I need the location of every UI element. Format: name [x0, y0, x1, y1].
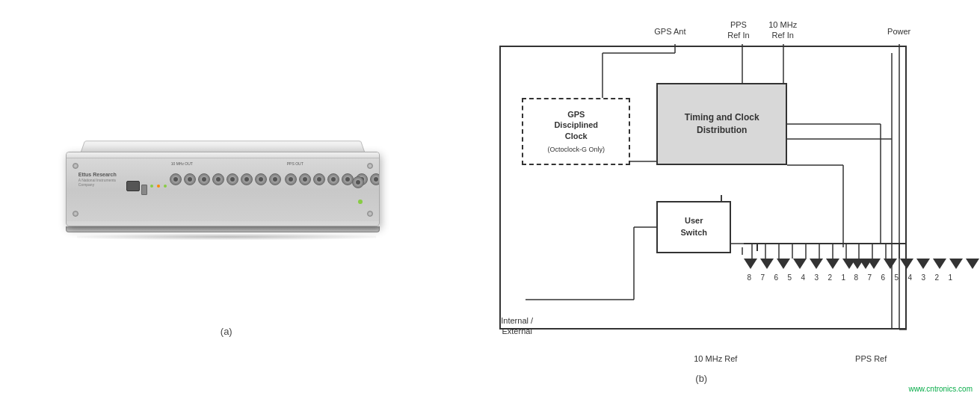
pps-label: PPS OUT — [287, 161, 303, 166]
pps-triangle-8 — [851, 259, 864, 269]
10mhz-output-numbers: 8 7 6 5 4 3 2 1 — [742, 273, 850, 282]
pps-triangle-1 — [966, 259, 979, 269]
freq-label: 10 MHz OUT — [171, 161, 193, 166]
pps-output-triangles — [849, 259, 980, 269]
pps-bnc-7 — [370, 173, 379, 185]
label-pps-ref-in: PPS Ref In — [727, 19, 749, 41]
right-panel: GPS Ant PPS Ref In 10 MHz Ref In Power G… — [469, 16, 933, 384]
pps-num-6: 6 — [876, 273, 890, 282]
screw-br — [367, 211, 373, 217]
device-body: Ettus Research A National Instruments Co… — [66, 152, 380, 226]
brand-area: Ettus Research A National Instruments Co… — [78, 172, 120, 187]
num-5: 5 — [783, 273, 796, 282]
bnc-2 — [184, 173, 196, 185]
pps-num-7: 7 — [863, 273, 876, 282]
pps-bnc-3 — [313, 173, 325, 185]
triangle-6 — [777, 259, 790, 269]
left-caption: (a) — [221, 326, 232, 337]
pps-triangle-3 — [933, 259, 946, 269]
timing-title: Timing and Clock Distribution — [685, 111, 759, 137]
num-8: 8 — [742, 273, 756, 282]
bnc-1 — [170, 173, 182, 185]
left-panel: Ettus Research A National Instruments Co… — [47, 63, 406, 337]
pps-num-8: 8 — [849, 273, 863, 282]
right-caption: (b) — [695, 373, 707, 384]
pps-num-1: 1 — [943, 273, 957, 282]
pps-triangle-2 — [949, 259, 963, 269]
gps-clock-subtitle: (Octoclock-G Only) — [547, 146, 605, 153]
device-shadow — [77, 234, 376, 240]
triangle-8 — [744, 259, 757, 269]
switch-box: User Switch — [656, 201, 731, 253]
num-4: 4 — [796, 273, 810, 282]
num-3: 3 — [810, 273, 823, 282]
device-bottom — [66, 226, 380, 232]
timing-box: Timing and Clock Distribution — [656, 83, 787, 165]
sub-text: A National Instruments Company — [78, 178, 120, 187]
pps-output-numbers: 8 7 6 5 4 3 2 1 — [849, 273, 957, 282]
label-power: Power — [887, 27, 910, 36]
watermark: www.cntronics.com — [908, 385, 973, 393]
device-top — [81, 140, 365, 152]
gps-clock-title: GPS Disciplined Clock — [554, 109, 598, 141]
screw-tr — [367, 163, 373, 169]
pps-triangle-7 — [867, 259, 881, 269]
bnc-5 — [226, 173, 238, 185]
num-7: 7 — [756, 273, 769, 282]
main-container: Ettus Research A National Instruments Co… — [0, 0, 980, 399]
switch-title: User Switch — [681, 215, 707, 238]
pps-triangle-4 — [916, 259, 930, 269]
label-pps-ref: PPS Ref — [855, 354, 887, 363]
brand-text: Ettus Research — [78, 172, 120, 177]
label-int-ext: Internal / External — [501, 315, 533, 337]
power-led — [358, 200, 363, 204]
bnc-4 — [212, 173, 224, 185]
label-gps-ant: GPS Ant — [654, 27, 685, 36]
pps-num-2: 2 — [930, 273, 943, 282]
device-front: Ettus Research A National Instruments Co… — [67, 152, 379, 226]
led-group — [150, 179, 167, 190]
screw-bl — [73, 211, 78, 217]
rj45-port — [126, 181, 140, 191]
device-wrapper: Ettus Research A National Instruments Co… — [62, 63, 391, 317]
bnc-3 — [198, 173, 210, 185]
screw-tl — [73, 163, 78, 169]
led-3 — [164, 185, 167, 188]
triangle-5 — [793, 259, 807, 269]
bnc-7 — [255, 173, 267, 185]
pps-triangle-5 — [900, 259, 913, 269]
bnc-row-1 — [170, 173, 281, 185]
num-2: 2 — [823, 273, 836, 282]
diagram-container: GPS Ant PPS Ref In 10 MHz Ref In Power G… — [477, 16, 925, 367]
led-1 — [150, 185, 153, 188]
device-top-edge — [67, 152, 379, 158]
pps-num-5: 5 — [890, 273, 903, 282]
label-10mhz-ref-in: 10 MHz Ref In — [768, 19, 797, 41]
right-bnc — [352, 176, 364, 188]
bnc-row-2 — [285, 173, 379, 185]
pps-num-4: 4 — [903, 273, 916, 282]
button — [141, 185, 147, 195]
label-10mhz-ref: 10 MHz Ref — [694, 354, 737, 363]
pps-num-3: 3 — [916, 273, 930, 282]
bnc-6 — [241, 173, 253, 185]
device-face: Ettus Research A National Instruments Co… — [67, 158, 379, 221]
triangle-3 — [826, 259, 839, 269]
pps-bnc-4 — [327, 173, 339, 185]
pps-bnc-2 — [299, 173, 311, 185]
triangle-7 — [760, 259, 774, 269]
pps-bnc-1 — [285, 173, 297, 185]
pps-triangle-6 — [884, 259, 897, 269]
triangle-4 — [810, 259, 823, 269]
gps-clock-box: GPS Disciplined Clock (Octoclock-G Only) — [522, 98, 630, 165]
num-1: 1 — [836, 273, 850, 282]
num-6: 6 — [769, 273, 783, 282]
bnc-8 — [269, 173, 281, 185]
led-2 — [157, 185, 160, 188]
